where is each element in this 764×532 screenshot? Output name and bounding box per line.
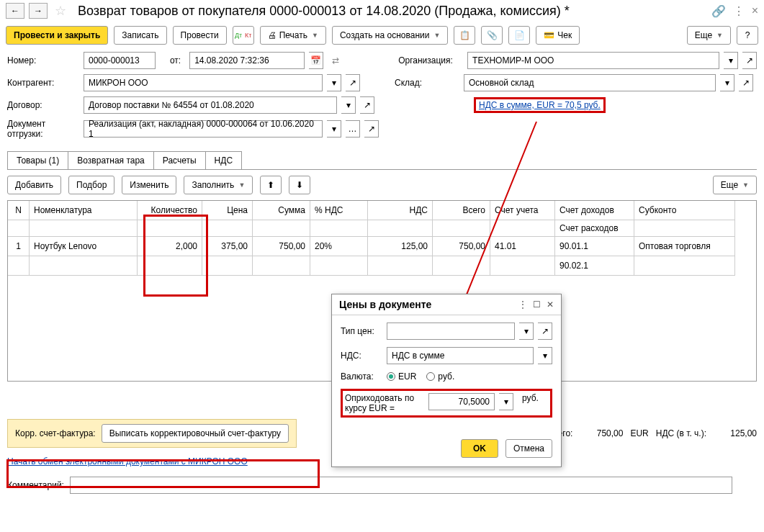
vat-link[interactable]: НДС в сумме, EUR = 70,5 руб. (474, 97, 606, 113)
edo-link[interactable]: Начать обмен электронными документами с … (7, 456, 248, 466)
comment-input[interactable] (70, 477, 732, 494)
create-based-button[interactable]: Создать на основании ▼ (332, 26, 448, 45)
dialog-max-icon[interactable]: ☐ (533, 299, 541, 310)
write-invoice-button[interactable]: Выписать корректировочный счет-фактуру (102, 424, 289, 443)
totals-vat: 125,00 (714, 428, 757, 438)
table-row[interactable]: 1 Ноутбук Lenovo 2,000 375,00 750,00 20%… (8, 237, 756, 256)
move-down-button[interactable]: ⬇ (289, 176, 310, 194)
write-button[interactable]: Записать (114, 26, 166, 45)
open-icon[interactable]: ↗ (742, 52, 757, 69)
totals-vat-label: НДС (в т. ч.): (656, 428, 706, 438)
report-button[interactable]: 📄 (508, 26, 530, 45)
dtct-button[interactable]: ДтКт (233, 26, 254, 45)
close-icon[interactable]: × (752, 4, 758, 18)
dropdown-icon[interactable]: ▾ (327, 74, 341, 91)
move-up-button[interactable]: ⬆ (260, 176, 282, 194)
col-price: Цена (202, 201, 253, 220)
dialog-close-icon[interactable]: ✕ (547, 299, 554, 310)
contract-label: Договор: (7, 100, 79, 110)
open-icon[interactable]: ↗ (364, 120, 379, 137)
open-icon[interactable]: ↗ (538, 323, 552, 340)
link-icon[interactable]: 🔗 (711, 4, 726, 18)
tab-goods[interactable]: Товары (1) (7, 151, 68, 169)
chevron-down-icon: ▼ (742, 181, 749, 189)
tab-calc[interactable]: Расчеты (153, 151, 206, 169)
date-input[interactable]: 14.08.2020 7:32:36 (189, 52, 305, 69)
cancel-button[interactable]: Отмена (505, 439, 552, 458)
number-input[interactable]: 0000-000013 (84, 52, 156, 69)
post-button[interactable]: Провести (173, 26, 227, 45)
ship-input[interactable]: Реализация (акт, накладная) 0000-000064 … (84, 120, 323, 137)
add-button[interactable]: Добавить (7, 176, 61, 194)
dropdown-icon[interactable]: ▾ (327, 120, 341, 137)
contract-input[interactable]: Договор поставки № 64554 от 01.08.2020 (84, 96, 337, 114)
col-vatp: % НДС (310, 201, 368, 220)
col-exp: Счет расходов (555, 220, 634, 237)
chevron-down-icon: ▼ (312, 32, 318, 39)
radio-rub[interactable]: руб. (426, 371, 454, 382)
tab-vat[interactable]: НДС (205, 151, 242, 169)
star-icon[interactable]: ☆ (55, 3, 66, 19)
open-icon[interactable]: ↗ (739, 74, 753, 91)
col-sub: Субконто (634, 201, 735, 220)
org-input[interactable]: ТЕХНОМИР-М ООО (467, 52, 719, 69)
col-nom: Номенклатура (30, 201, 138, 220)
dlg-vat-input[interactable]: НДС в сумме (387, 347, 534, 364)
table-more-button[interactable]: Еще ▼ (713, 176, 757, 194)
number-label: Номер: (7, 55, 79, 66)
edit-button[interactable]: Изменить (122, 176, 176, 194)
rate-unit: руб. (522, 393, 539, 403)
date-label: от: (170, 55, 181, 66)
dropdown-icon[interactable]: ▾ (720, 74, 734, 91)
radio-eur[interactable]: EUR (387, 371, 416, 382)
dropdown-icon[interactable]: ▾ (538, 347, 552, 364)
chevron-down-icon: ▼ (238, 181, 245, 189)
totals-sum: 750,00 (580, 428, 623, 438)
more-button[interactable]: Еще ▼ (687, 26, 731, 45)
fill-button[interactable]: Заполнить ▼ (184, 176, 253, 194)
chevron-down-icon: ▼ (433, 32, 440, 39)
pick-button[interactable]: Подбор (68, 176, 114, 194)
col-acct: Счет учета (490, 201, 555, 220)
price-type-label: Тип цен: (341, 326, 382, 336)
nav-back[interactable]: ← (6, 3, 24, 19)
ship-label: Документ отгрузки: (7, 119, 79, 139)
document-title: Возврат товаров от покупателя 0000-00001… (78, 4, 707, 19)
tab-tare[interactable]: Возвратная тара (68, 151, 154, 169)
open-icon[interactable]: ↗ (346, 74, 360, 91)
dialog-title: Цены в документе (339, 299, 431, 310)
open-icon[interactable]: ↗ (360, 96, 374, 114)
comment-label: Комментарий: (7, 480, 64, 490)
dropdown-icon[interactable]: ▾ (341, 96, 356, 114)
ok-button[interactable]: OK (461, 439, 498, 458)
contragent-input[interactable]: МИКРОН ООО (84, 74, 323, 91)
ellipsis-icon[interactable]: … (346, 120, 360, 137)
table-row[interactable]: 90.02.1 (8, 256, 756, 276)
col-total: Всего (433, 201, 490, 220)
rate-label: Оприходовать по курсу EUR = (345, 393, 424, 413)
col-inc: Счет доходов (555, 201, 634, 220)
whs-input[interactable]: Основной склад (464, 74, 716, 91)
post-close-button[interactable]: Провести и закрыть (6, 26, 108, 45)
totals-cur: EUR (630, 428, 648, 438)
rate-input[interactable]: 70,5000 (428, 393, 495, 410)
dropdown-icon[interactable]: ▾ (519, 323, 534, 340)
dialog-more-icon[interactable]: ⋮ (518, 299, 527, 310)
invoice-label: Корр. счет-фактура: (15, 428, 96, 438)
date-extra-icon[interactable]: ⇄ (332, 55, 339, 66)
attach-button[interactable]: 📎 (481, 26, 503, 45)
org-label: Организация: (398, 55, 463, 66)
chevron-down-icon: ▼ (716, 32, 723, 39)
nav-forward[interactable]: → (29, 3, 48, 19)
dropdown-icon[interactable]: ▾ (724, 52, 738, 69)
more-icon[interactable]: ⋮ (733, 4, 745, 18)
dropdown-icon[interactable]: ▾ (499, 393, 513, 410)
help-button[interactable]: ? (737, 26, 758, 45)
copy-button[interactable]: 📋 (454, 26, 475, 45)
price-type-input[interactable] (387, 323, 515, 340)
check-icon: 💳 (544, 30, 554, 40)
calendar-icon[interactable]: 📅 (309, 52, 323, 69)
print-button[interactable]: 🖨 Печать ▼ (260, 26, 326, 45)
check-button[interactable]: 💳 Чек (536, 26, 580, 45)
contragent-label: Контрагент: (7, 78, 79, 88)
